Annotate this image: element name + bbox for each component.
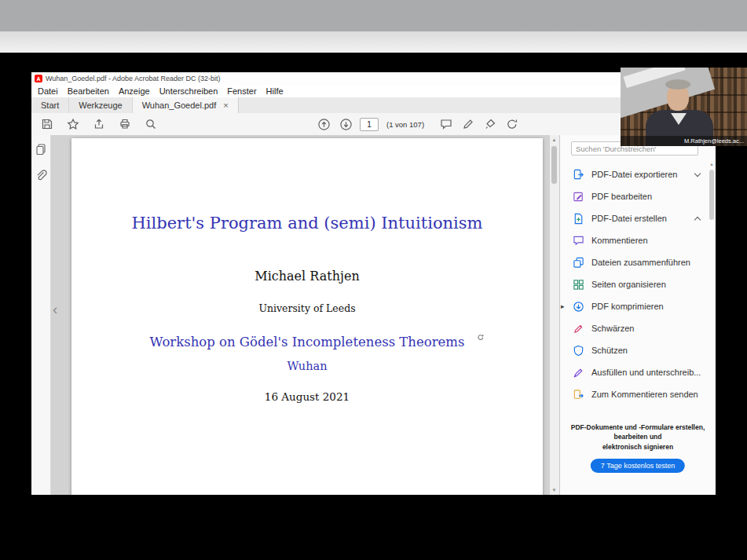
panel-scroll-up-icon[interactable]: ▲ <box>709 162 714 167</box>
comment-icon <box>573 235 584 247</box>
tab-document[interactable]: Wuhan_Goedel.pdf × <box>133 97 239 113</box>
tool-label: Seiten organisieren <box>591 280 666 289</box>
edit-pdf-icon <box>573 191 584 203</box>
combine-files-icon <box>573 257 584 269</box>
person-hair <box>665 79 690 90</box>
menu-hilfe[interactable]: Hilfe <box>262 86 288 96</box>
tool-label: PDF komprimieren <box>591 302 664 311</box>
tool-label: PDF-Datei erstellen <box>591 214 667 223</box>
tab-start[interactable]: Start <box>31 97 69 113</box>
tool-label: Schützen <box>591 346 628 355</box>
window-title: Wuhan_Goedel.pdf - Adobe Acrobat Reader … <box>46 75 220 82</box>
export-pdf-icon <box>573 169 584 181</box>
tab-close-icon[interactable]: × <box>223 101 228 110</box>
menu-datei[interactable]: Datei <box>33 86 63 96</box>
toolbar-center-group: (1 von 107) <box>316 113 520 135</box>
menu-bearbeiten[interactable]: Bearbeiten <box>63 86 114 96</box>
tab-bar: Start Werkzeuge Wuhan_Goedel.pdf × <box>31 97 716 113</box>
scroll-down-icon[interactable]: ▼ <box>550 488 558 492</box>
tool-export-pdf[interactable]: PDF-Datei exportieren <box>560 163 706 185</box>
tool-label: Zum Kommentieren senden <box>591 390 698 399</box>
share-button[interactable] <box>91 115 107 133</box>
page-thumbnails-button[interactable] <box>35 143 47 159</box>
slide-author: Michael Rathjen <box>71 269 543 284</box>
acrobat-app-icon: A <box>35 75 42 82</box>
tool-edit-pdf[interactable]: PDF bearbeiten <box>560 185 706 207</box>
window-content: Hilbert's Program and (semi) Intuitionis… <box>31 135 716 495</box>
tool-organize-pages[interactable]: Seiten organisieren <box>560 273 706 295</box>
print-button[interactable] <box>117 115 133 133</box>
comment-button[interactable] <box>438 115 454 133</box>
tools-list: PDF-Datei exportieren PDF bearbeiten PDF… <box>560 163 706 405</box>
promo-line-3: elektronisch signieren <box>560 442 716 452</box>
tool-protect[interactable]: Schützen <box>560 339 706 361</box>
tool-redact[interactable]: Schwärzen <box>560 317 706 339</box>
rotate-cursor-icon <box>476 331 485 346</box>
organize-pages-icon <box>573 279 584 291</box>
menu-anzeige[interactable]: Anzeige <box>114 86 155 96</box>
tool-combine-files[interactable]: Dateien zusammenführen <box>560 251 706 273</box>
tool-label: Dateien zusammenführen <box>591 258 690 267</box>
left-sidebar <box>31 135 51 495</box>
page-number-input[interactable] <box>360 118 379 131</box>
scroll-up-icon[interactable]: ▲ <box>550 137 558 142</box>
chevron-up-icon[interactable] <box>694 217 701 223</box>
pencil-icon <box>462 118 474 130</box>
tool-compress-pdf[interactable]: PDF komprimieren <box>560 295 706 317</box>
page-up-icon <box>317 118 331 131</box>
promo-line-1: PDF-Dokumente und -Formulare erstellen, <box>560 423 716 432</box>
document-scrollbar[interactable]: ▲ ▼ <box>549 135 559 495</box>
attachments-button[interactable] <box>35 169 47 185</box>
page-down-icon <box>339 118 353 131</box>
zoom-button[interactable] <box>143 115 159 133</box>
slide-title: Hilbert's Program and (semi) Intuitionis… <box>71 214 543 232</box>
star-icon <box>67 118 79 130</box>
scrollbar-thumb[interactable] <box>551 146 557 184</box>
top-light-band <box>0 31 747 53</box>
rotate-stamp-icon <box>506 118 518 130</box>
toolbar: (1 von 107) <box>31 113 716 136</box>
highlight-button[interactable] <box>460 115 476 133</box>
tool-fill-sign[interactable]: Ausfüllen und unterschreib... <box>560 361 706 383</box>
tab-document-label: Wuhan_Goedel.pdf <box>142 101 217 110</box>
sign-tools-button[interactable] <box>504 115 520 133</box>
redact-icon <box>573 323 584 335</box>
page-down-button[interactable] <box>338 115 353 133</box>
previous-page-arrow[interactable]: ‹ <box>53 302 57 317</box>
compress-pdf-icon <box>573 301 584 313</box>
page-count-label: (1 von 107) <box>386 120 424 129</box>
tool-label: PDF bearbeiten <box>591 192 652 201</box>
menu-unterschreiben[interactable]: Unterschreiben <box>155 86 223 96</box>
tools-panel: ▸ PDF-Datei exportieren PDF bearbeiten <box>559 135 716 495</box>
comment-bubble-icon <box>440 118 452 130</box>
magnifier-icon <box>145 118 157 130</box>
save-button[interactable] <box>39 115 55 133</box>
acrobat-window: A Wuhan_Goedel.pdf - Adobe Acrobat Reade… <box>31 72 716 495</box>
tool-label: Ausfüllen und unterschreib... <box>591 368 701 377</box>
free-trial-button[interactable]: 7 Tage kostenlos testen <box>591 459 685 473</box>
top-gray-band <box>0 0 747 31</box>
create-pdf-icon <box>573 213 584 225</box>
tool-comment[interactable]: Kommentieren <box>560 229 706 251</box>
toolbar-left-group <box>39 115 159 133</box>
tool-label: Kommentieren <box>591 236 648 245</box>
tool-label: PDF-Datei exportieren <box>591 170 677 179</box>
fill-sign-button[interactable] <box>482 115 498 133</box>
tab-werkzeuge[interactable]: Werkzeuge <box>69 97 132 113</box>
panel-scrollbar-thumb[interactable] <box>709 170 714 220</box>
title-bar: A Wuhan_Goedel.pdf - Adobe Acrobat Reade… <box>31 72 716 85</box>
menu-bar: Datei Bearbeiten Anzeige Unterschreiben … <box>31 85 716 97</box>
send-comments-icon <box>573 389 584 401</box>
pdf-page: Hilbert's Program and (semi) Intuitionis… <box>71 138 543 495</box>
share-icon <box>93 118 105 130</box>
tool-create-pdf[interactable]: PDF-Datei erstellen <box>560 207 706 229</box>
page-up-button[interactable] <box>316 115 331 133</box>
tab-werkzeuge-label: Werkzeuge <box>79 101 122 110</box>
chevron-down-icon[interactable] <box>694 170 701 177</box>
star-button[interactable] <box>65 115 81 133</box>
tool-send-for-comments[interactable]: Zum Kommentieren senden <box>560 383 706 405</box>
screen: A Wuhan_Goedel.pdf - Adobe Acrobat Reade… <box>0 0 747 560</box>
menu-fenster[interactable]: Fenster <box>222 86 261 96</box>
slide-affiliation: University of Leeds <box>71 302 543 314</box>
pages-icon <box>35 143 47 156</box>
